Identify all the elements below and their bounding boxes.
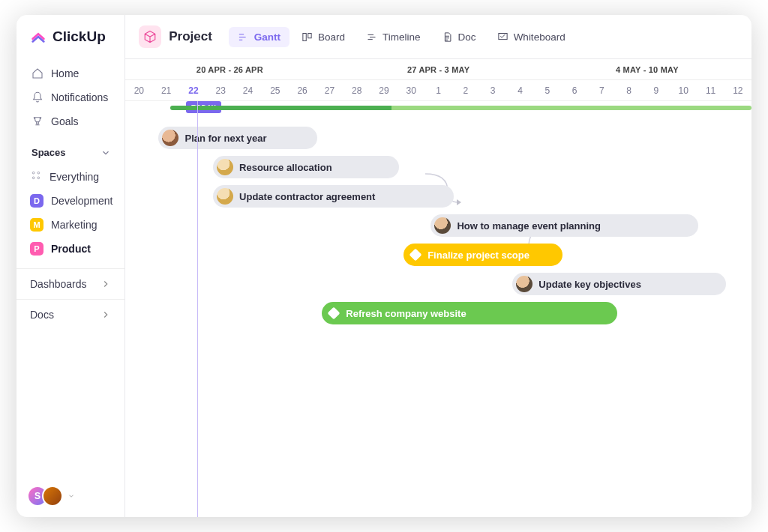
row-label: Dashboards <box>30 278 87 290</box>
gantt-lane: Finalize project scope <box>125 241 752 270</box>
day-cell: 12 <box>724 80 752 100</box>
progress-bar <box>170 106 752 110</box>
avatar <box>217 188 233 205</box>
diamond-icon <box>410 249 422 262</box>
view-gantt[interactable]: Gantt <box>229 27 290 47</box>
brand-logo[interactable]: ClickUp <box>16 28 124 58</box>
day-cell: 8 <box>616 80 643 100</box>
view-label: Gantt <box>254 31 280 43</box>
gantt-lane: Refresh company website <box>125 299 752 328</box>
view-tabs: Gantt Board Timeline Doc Whiteboard <box>229 27 574 47</box>
view-timeline[interactable]: Timeline <box>357 27 430 47</box>
user-avatars[interactable]: S <box>27 486 63 507</box>
trophy-icon <box>32 115 44 127</box>
nav-home[interactable]: Home <box>22 61 118 85</box>
avatar <box>434 217 451 234</box>
day-cell: 3 <box>479 80 506 100</box>
space-product[interactable]: P Product <box>16 237 124 261</box>
chevron-down-icon <box>100 148 111 158</box>
doc-icon <box>442 31 453 43</box>
task-label: Update contractor agreement <box>239 191 375 202</box>
space-development[interactable]: D Development <box>16 189 124 213</box>
timeline-icon <box>366 31 377 43</box>
today-line <box>197 101 198 517</box>
project-chip[interactable]: Project <box>139 25 220 48</box>
gantt-icon <box>238 31 249 43</box>
progress-segment <box>392 106 752 110</box>
day-cell: 22 <box>180 80 207 100</box>
view-label: Doc <box>458 31 476 43</box>
main-area: Project Gantt Board Timeline Doc <box>125 15 752 517</box>
svg-point-3 <box>38 177 40 179</box>
avatar <box>42 486 63 507</box>
gantt-lane: Update key objectives <box>125 270 752 299</box>
view-doc[interactable]: Doc <box>433 27 485 47</box>
gantt-task[interactable]: Refresh company website <box>322 302 616 324</box>
space-marketing[interactable]: M Marketing <box>16 213 124 237</box>
week-label: 20 APR - 26 APR <box>125 59 334 79</box>
gantt-task[interactable]: Plan for next year <box>158 127 317 149</box>
day-cell: 21 <box>152 80 179 100</box>
week-label: 27 APR - 3 MAY <box>334 59 542 79</box>
gantt-task[interactable]: Resource allocation <box>213 156 399 178</box>
board-icon <box>302 31 313 43</box>
bell-icon <box>32 91 44 103</box>
gantt-task[interactable]: Finalize project scope <box>404 244 562 266</box>
day-cell: 29 <box>370 80 398 100</box>
sidebar-docs[interactable]: Docs <box>16 299 124 330</box>
day-cell: 7 <box>588 80 615 100</box>
gantt-task[interactable]: Update contractor agreement <box>213 185 454 208</box>
nav-notifications[interactable]: Notifications <box>22 85 118 109</box>
svg-point-2 <box>32 177 34 179</box>
nav-goals[interactable]: Goals <box>22 109 118 133</box>
gantt-lane: Update contractor agreement <box>125 182 752 211</box>
space-label: Product <box>51 243 91 255</box>
sidebar-footer: S <box>16 486 124 507</box>
space-badge: M <box>30 218 44 232</box>
day-row: 2021222324252627282930123456789101112 <box>125 80 752 101</box>
gantt-lane: How to manage event planning <box>125 211 752 241</box>
sidebar-dashboards[interactable]: Dashboards <box>16 268 124 299</box>
nav-label: Goals <box>51 115 79 127</box>
svg-rect-4 <box>303 33 306 40</box>
view-whiteboard[interactable]: Whiteboard <box>488 27 574 47</box>
task-label: Resource allocation <box>239 162 332 173</box>
row-label: Docs <box>30 309 54 321</box>
gantt-task[interactable]: Update key objectives <box>512 273 725 295</box>
diamond-icon <box>328 307 340 320</box>
day-cell: 5 <box>534 80 561 100</box>
day-cell: 4 <box>506 80 533 100</box>
task-label: Update key objectives <box>538 279 641 290</box>
space-label: Development <box>51 195 113 207</box>
gantt-body[interactable]: Plan for next yearResource allocationUpd… <box>125 101 752 517</box>
gantt-task[interactable]: How to manage event planning <box>430 214 698 237</box>
avatar <box>162 130 178 146</box>
day-cell: 6 <box>561 80 588 100</box>
day-cell: 23 <box>207 80 234 100</box>
whiteboard-icon <box>497 31 508 43</box>
gantt-lanes: Plan for next yearResource allocationUpd… <box>125 124 752 328</box>
space-badge: D <box>30 194 44 208</box>
view-board[interactable]: Board <box>292 27 354 47</box>
view-label: Whiteboard <box>514 31 566 43</box>
day-cell: 20 <box>125 80 152 100</box>
progress-segment <box>170 106 391 110</box>
day-cell: 25 <box>262 80 289 100</box>
nav-label: Home <box>51 67 79 79</box>
task-label: Finalize project scope <box>428 250 530 261</box>
app-window: ClickUp Home Notifications Goals Spaces <box>16 15 752 517</box>
week-label: 4 MAY - 10 MAY <box>543 59 752 79</box>
day-cell: 11 <box>697 80 724 100</box>
grid-icon <box>30 169 42 184</box>
spaces-header[interactable]: Spaces <box>16 136 124 164</box>
view-label: Timeline <box>382 31 421 43</box>
day-cell: 9 <box>643 80 670 100</box>
project-title: Project <box>169 29 212 44</box>
day-cell: 1 <box>424 80 452 100</box>
spaces-header-label: Spaces <box>32 147 66 158</box>
gantt-lane: Plan for next year <box>125 124 752 153</box>
sidebar: ClickUp Home Notifications Goals Spaces <box>16 15 125 517</box>
user-menu-trigger[interactable] <box>68 489 75 503</box>
chevron-right-icon <box>100 309 111 320</box>
space-everything[interactable]: Everything <box>16 164 124 189</box>
